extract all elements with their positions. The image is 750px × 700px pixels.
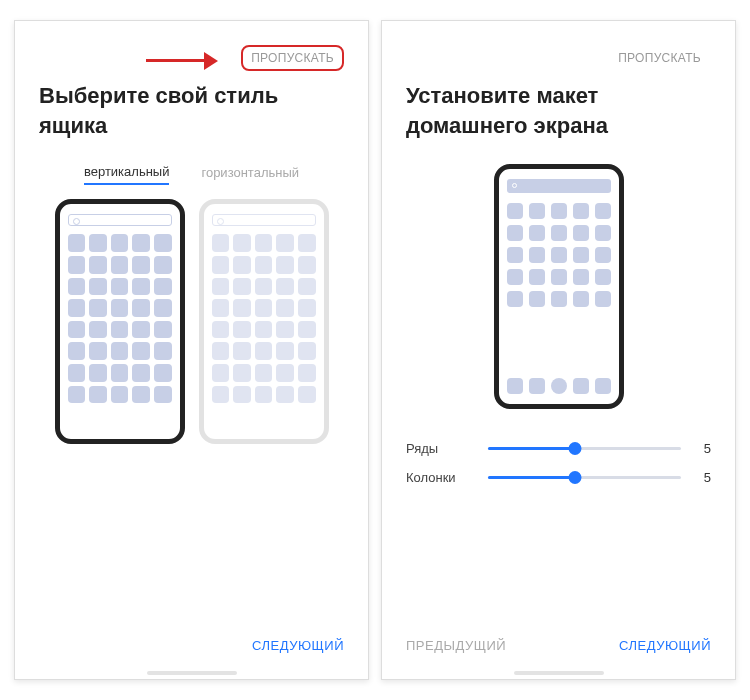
rows-label: Ряды bbox=[406, 441, 478, 456]
tab-vertical[interactable]: вертикальный bbox=[84, 164, 170, 185]
preview-row bbox=[406, 164, 711, 409]
tab-horizontal[interactable]: горизонтальный bbox=[201, 164, 299, 185]
columns-label: Колонки bbox=[406, 470, 478, 485]
page-title: Выберите свой стиль ящика bbox=[39, 81, 344, 140]
footer: ПРЕДЫДУЩИЙ СЛЕДУЮЩИЙ bbox=[406, 614, 711, 659]
search-bar-icon bbox=[212, 214, 316, 226]
search-bar-icon bbox=[507, 179, 611, 193]
rows-value: 5 bbox=[691, 441, 711, 456]
skip-row: ПРОПУСКАТЬ bbox=[39, 41, 344, 75]
slider-thumb-icon[interactable] bbox=[568, 442, 581, 455]
columns-value: 5 bbox=[691, 470, 711, 485]
tabs: вертикальный горизонтальный bbox=[39, 164, 344, 185]
page-title: Установите макет домашнего экрана bbox=[406, 81, 711, 140]
search-bar-icon bbox=[68, 214, 172, 226]
dock bbox=[507, 378, 611, 394]
next-button[interactable]: СЛЕДУЮЩИЙ bbox=[252, 632, 344, 659]
app-grid bbox=[212, 234, 316, 403]
footer: СЛЕДУЮЩИЙ bbox=[39, 614, 344, 659]
skip-button[interactable]: ПРОПУСКАТЬ bbox=[241, 45, 344, 71]
rows-slider[interactable] bbox=[488, 447, 681, 450]
preview-row bbox=[39, 199, 344, 444]
slider-thumb-icon[interactable] bbox=[568, 471, 581, 484]
app-grid bbox=[507, 203, 611, 307]
next-button[interactable]: СЛЕДУЮЩИЙ bbox=[619, 632, 711, 659]
phone-preview-horizontal bbox=[199, 199, 329, 444]
columns-slider-row: Колонки 5 bbox=[406, 470, 711, 485]
rows-slider-row: Ряды 5 bbox=[406, 441, 711, 456]
app-grid bbox=[68, 234, 172, 403]
skip-row: ПРОПУСКАТЬ bbox=[406, 41, 711, 75]
prev-button[interactable]: ПРЕДЫДУЩИЙ bbox=[406, 632, 506, 659]
home-indicator-icon bbox=[147, 671, 237, 675]
home-layout-screen: ПРОПУСКАТЬ Установите макет домашнего эк… bbox=[381, 20, 736, 680]
columns-slider[interactable] bbox=[488, 476, 681, 479]
home-indicator-icon bbox=[514, 671, 604, 675]
phone-preview-home bbox=[494, 164, 624, 409]
phone-preview-vertical bbox=[55, 199, 185, 444]
drawer-style-screen: ПРОПУСКАТЬ Выберите свой стиль ящика вер… bbox=[14, 20, 369, 680]
skip-button[interactable]: ПРОПУСКАТЬ bbox=[608, 45, 711, 71]
sliders-group: Ряды 5 Колонки 5 bbox=[406, 441, 711, 485]
